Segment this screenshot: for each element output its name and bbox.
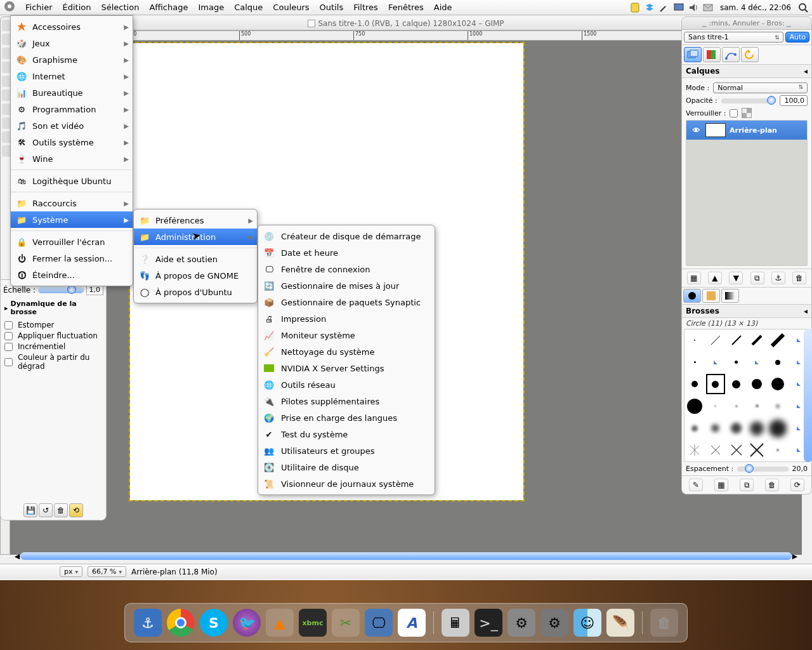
menu-shutdown[interactable]: ⏼Éteindre... — [11, 267, 133, 283]
submenu-about-ubuntu[interactable]: ◯À propos d'Ubuntu — [134, 284, 257, 300]
admin-nvidia[interactable]: NVIDIA X Server Settings — [258, 360, 435, 376]
dock-finder-icon[interactable]: ☺ — [573, 609, 601, 637]
edit-brush-icon[interactable]: ✎ — [689, 479, 703, 491]
dock-gear-icon[interactable]: ⚙ — [540, 609, 568, 637]
new-layer-icon[interactable]: ▦ — [687, 272, 701, 284]
opacity-value[interactable]: 100,0 — [780, 95, 808, 106]
dock-trash-icon[interactable]: 🗑 — [650, 609, 678, 637]
dock-pidgin-icon[interactable]: 🐦 — [233, 609, 261, 637]
menu-outils-systeme[interactable]: 🛠Outils système▶ — [11, 134, 133, 150]
admin-journaux[interactable]: 📜Visionneur de journaux système — [258, 475, 435, 492]
delete-brush-icon[interactable]: 🗑 — [765, 479, 779, 491]
image-selector[interactable]: Sans titre-1⇅ — [684, 32, 783, 43]
layers-list[interactable]: 👁 Arrière-plan — [686, 120, 808, 266]
dock-anchor-icon[interactable]: ⚓ — [134, 609, 162, 637]
admin-fenetre-connexion[interactable]: 🖵Fenêtre de connexion — [258, 261, 435, 277]
tab-gradients-icon[interactable] — [721, 289, 739, 303]
menu-systeme[interactable]: 📁Système▶ — [11, 211, 133, 228]
search-icon[interactable] — [798, 3, 808, 13]
admin-pilotes[interactable]: 🔌Pilotes supplémentaires — [258, 393, 435, 409]
menu-bureautique[interactable]: 📊Bureautique▶ — [11, 84, 133, 101]
menu-outils[interactable]: Outils — [315, 3, 349, 12]
admin-langues[interactable]: 🌍Prise en charge des langues — [258, 409, 435, 426]
dropbox-icon[interactable] — [645, 3, 655, 13]
submenu-about-gnome[interactable]: 👣À propos de GNOME — [134, 267, 257, 284]
zoom-selector[interactable]: 66,7 %▾ — [88, 566, 126, 577]
menu-selection[interactable]: Sélection — [96, 3, 144, 12]
menu-couleurs[interactable]: Couleurs — [268, 3, 314, 12]
mode-selector[interactable]: Normal⇅ — [713, 83, 808, 93]
admin-utilitaire-disque[interactable]: 💽Utilitaire de disque — [258, 459, 435, 475]
refresh-brush-icon[interactable]: ⟳ — [790, 479, 804, 491]
menu-affichage[interactable]: Affichage — [144, 3, 193, 12]
display-icon[interactable] — [674, 3, 684, 13]
spacing-value[interactable]: 20,0 — [792, 465, 808, 473]
panel-menu-icon[interactable]: ◂ — [804, 67, 808, 76]
admin-outils-reseau[interactable]: 🌐Outils réseau — [258, 376, 435, 393]
menu-programmation[interactable]: ⚙Programmation▶ — [11, 101, 133, 117]
check-estomper[interactable] — [4, 321, 13, 329]
lower-layer-icon[interactable]: ▼ — [729, 272, 743, 284]
clock[interactable]: sam. 4 déc., 22:06 — [717, 3, 794, 12]
menu-filtres[interactable]: Filtres — [348, 3, 383, 12]
brush-dynamics-header[interactable]: ▸ Dynamique de la brosse — [3, 297, 103, 319]
lock-pixels-icon[interactable] — [742, 108, 752, 118]
dock-text-icon[interactable]: A — [398, 609, 426, 637]
tab-brushes-icon[interactable] — [683, 289, 701, 303]
submenu-preferences[interactable]: 📁Préférences▶ — [134, 212, 257, 229]
dock-settings-icon[interactable]: ⚙ — [508, 609, 535, 637]
canvas-hscrollbar[interactable]: ◀▶ — [13, 552, 799, 561]
duplicate-brush-icon[interactable]: ⧉ — [740, 479, 754, 491]
dock-terminal-icon[interactable]: >_ — [475, 609, 502, 637]
lock-alpha-check[interactable] — [730, 109, 738, 117]
mail-icon[interactable] — [703, 3, 713, 13]
panel-menu-icon[interactable]: ◂ — [804, 307, 808, 315]
duplicate-layer-icon[interactable]: ⧉ — [750, 272, 764, 284]
reset-icon[interactable]: ⟲ — [69, 503, 83, 517]
admin-moniteur[interactable]: 📈Moniteur système — [258, 327, 435, 343]
delete-layer-icon[interactable]: 🗑 — [792, 272, 806, 284]
admin-nettoyage[interactable]: 🧹Nettoyage du système — [258, 343, 435, 360]
menu-aide[interactable]: Aide — [429, 3, 457, 12]
dock-scissors-icon[interactable]: ✂ — [332, 609, 360, 637]
raise-layer-icon[interactable]: ▲ — [708, 272, 722, 284]
delete-icon[interactable]: 🗑 — [54, 503, 68, 517]
save-preset-icon[interactable]: 💾 — [23, 503, 37, 517]
admin-gestionnaire-maj[interactable]: 🔄Gestionnaire de mises à jour — [258, 277, 435, 294]
auto-button[interactable]: Auto — [785, 32, 809, 43]
brush-vscroll[interactable] — [804, 329, 812, 462]
brush-selected[interactable] — [705, 373, 726, 395]
layer-row[interactable]: 👁 Arrière-plan — [686, 121, 807, 140]
check-incrementiel[interactable] — [4, 343, 13, 351]
dock-gimp-icon[interactable]: 🪶 — [606, 609, 634, 637]
menu-lock[interactable]: 🔒Verrouiller l'écran — [11, 234, 133, 250]
ubuntu-logo-icon[interactable] — [4, 1, 16, 14]
admin-test-systeme[interactable]: ✔Test du système — [258, 426, 435, 442]
new-brush-icon[interactable]: ▦ — [714, 479, 728, 491]
dock-calculator-icon[interactable]: 🖩 — [442, 609, 469, 637]
menu-wine[interactable]: 🍷Wine▶ — [11, 150, 133, 167]
anchor-layer-icon[interactable]: ⚓ — [771, 272, 785, 284]
menu-image[interactable]: Image — [193, 3, 229, 12]
menu-accessoires[interactable]: Accessoires▶ — [11, 18, 133, 35]
clipboard-icon[interactable] — [630, 3, 640, 13]
tab-patterns-icon[interactable] — [702, 289, 720, 303]
eye-icon[interactable]: 👁 — [690, 126, 702, 135]
menu-fenetres[interactable]: Fenêtres — [383, 3, 429, 12]
volume-icon[interactable] — [688, 3, 698, 13]
menu-logout[interactable]: ⏻Fermer la session... — [11, 250, 133, 267]
dock-xbmc-icon[interactable]: xbmc — [299, 609, 327, 637]
menu-calque[interactable]: Calque — [229, 3, 268, 12]
revert-icon[interactable]: ↺ — [39, 503, 53, 517]
tab-channels-icon[interactable] — [703, 47, 721, 62]
admin-synaptic[interactable]: 📦Gestionnaire de paquets Synaptic — [258, 294, 435, 310]
admin-createur-disque[interactable]: 💿Créateur de disque de démarrage — [258, 228, 435, 244]
admin-impression[interactable]: 🖨Impression — [258, 310, 435, 327]
brush-grid[interactable] — [684, 329, 809, 462]
menu-raccourcis[interactable]: 📁Raccourcis▶ — [11, 195, 133, 211]
check-couleur-degrad[interactable] — [4, 358, 13, 366]
dock-skype-icon[interactable]: S — [200, 609, 228, 637]
menu-graphisme[interactable]: 🎨Graphisme▶ — [11, 51, 133, 68]
tab-layers-icon[interactable] — [684, 47, 702, 62]
menu-edition[interactable]: Édition — [58, 3, 96, 12]
